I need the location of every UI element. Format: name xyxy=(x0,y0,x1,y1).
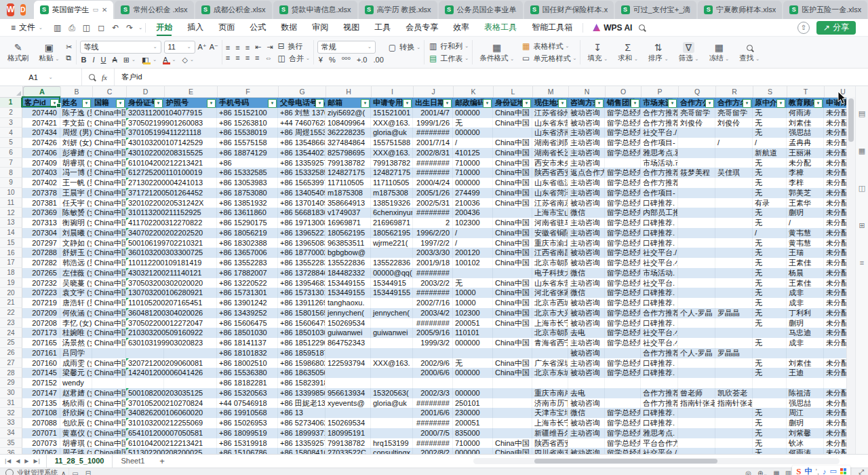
cell[interactable]: 207088 xyxy=(22,418,60,428)
cell[interactable]: XXX@163. xyxy=(371,358,413,368)
cell[interactable] xyxy=(753,398,787,408)
cell[interactable]: 411702200312270822 xyxy=(126,218,164,228)
row-number[interactable]: 7 xyxy=(0,158,22,168)
cell[interactable] xyxy=(678,278,715,288)
cell[interactable]: 000000 xyxy=(453,108,493,118)
cell[interactable] xyxy=(532,378,568,388)
cell[interactable]: 430321200211140121 xyxy=(126,268,164,278)
cell[interactable]: +86 13901242 xyxy=(217,298,278,308)
cell[interactable]: 湖南省浏阳 xyxy=(532,138,568,148)
sheet-tab[interactable]: 11_28_5_1000 xyxy=(46,455,113,468)
cell[interactable]: China中国 xyxy=(92,198,126,208)
cell[interactable]: 何雨涛 xyxy=(787,108,824,118)
right-panel-icon[interactable]: ▦ xyxy=(859,147,865,155)
cell[interactable]: 口碑推荐. xyxy=(641,318,678,328)
cell[interactable]: +86 18302388 xyxy=(217,238,278,248)
cell[interactable] xyxy=(493,398,532,408)
cell[interactable]: 主动咨询 xyxy=(568,188,605,198)
cell[interactable]: 362228235 xyxy=(326,128,371,138)
borders-button[interactable]: ⊞⌄ xyxy=(123,56,136,64)
cell[interactable]: 无 xyxy=(753,188,787,198)
cell[interactable]: 李文茹 (女 xyxy=(60,118,92,128)
cell[interactable]: / xyxy=(453,228,493,238)
cell[interactable]: 留学总经办 xyxy=(605,438,641,449)
sort-button[interactable]: ⇅ 排序 ⌄ xyxy=(645,41,672,64)
cell[interactable]: 山东省东营 xyxy=(532,118,568,128)
cell[interactable]: 27033522C xyxy=(326,448,371,454)
cell[interactable]: XXX@163. xyxy=(371,118,413,128)
cell[interactable]: 口碑推荐. xyxy=(641,238,678,248)
cell[interactable]: 梁馨元 (女 xyxy=(60,368,92,378)
cell[interactable]: 成非 xyxy=(787,298,824,308)
header-cell[interactable]: 现住地址▼ xyxy=(532,98,568,108)
cell[interactable]: 无 xyxy=(753,278,787,288)
decrease-decimal-icon[interactable]: .00 xyxy=(374,56,384,64)
cell[interactable]: jennychen( xyxy=(326,308,371,318)
file-tab[interactable]: S宁夏教师样本.xlsx xyxy=(698,1,782,19)
cell[interactable]: 799138782 xyxy=(326,438,371,449)
number-format-select[interactable]: 常规⌄ xyxy=(317,41,376,54)
cell[interactable]: 被动咨询 xyxy=(568,348,605,358)
cell[interactable]: 无 xyxy=(753,268,787,278)
cell[interactable]: 710000 xyxy=(453,438,493,449)
cell[interactable]: 360103200303300725 xyxy=(126,248,164,258)
cell[interactable]: +86 15536380 xyxy=(217,368,278,378)
menu-item[interactable]: 公式 xyxy=(242,19,273,36)
cell[interactable]: 留学总经办 xyxy=(605,288,641,298)
cell[interactable]: bgbgbow@ xyxy=(326,248,371,258)
cell[interactable]: +86 13552283 xyxy=(217,258,278,268)
cell[interactable]: 罗晶晶 xyxy=(715,308,753,318)
cell[interactable]: 207434 xyxy=(22,128,60,138)
cell[interactable]: +86 18595187 xyxy=(278,348,326,358)
cell[interactable]: China中国 xyxy=(92,368,126,378)
cell[interactable]: China中国 xyxy=(493,448,532,454)
cell[interactable]: China中国 xyxy=(92,218,126,228)
cell[interactable]: 2000/4/24 xyxy=(413,178,453,188)
cell[interactable]: 江苏省南京 xyxy=(532,198,568,208)
filter-dropdown-icon[interactable]: ▼ xyxy=(522,99,531,108)
cell[interactable]: +86 52734062 xyxy=(278,418,326,428)
strikethrough-button[interactable]: A xyxy=(112,56,117,64)
cell[interactable]: 无 xyxy=(753,218,787,228)
cell[interactable]: 重庆市渝北 xyxy=(532,238,568,248)
cell[interactable]: 无 xyxy=(753,338,787,348)
cell[interactable]: 10000 xyxy=(453,298,493,308)
file-tab[interactable]: S贷款申请信息.xlsx xyxy=(273,1,357,19)
cell[interactable] xyxy=(678,378,715,388)
cell[interactable] xyxy=(715,298,753,308)
merge-cells-button[interactable]: ◫合并⌄ xyxy=(277,54,310,64)
cell[interactable] xyxy=(678,238,715,248)
wrap-text-button[interactable]: ⊟换行 xyxy=(277,41,310,52)
taskbar-icon[interactable]: ▭ xyxy=(72,470,78,475)
cell[interactable] xyxy=(787,378,824,388)
cell[interactable]: +86 1370140948 xyxy=(278,198,326,208)
row-number[interactable]: 5 xyxy=(0,138,22,148)
cell[interactable]: 个人-罗晶 xyxy=(678,308,715,318)
cell[interactable]: 10000 xyxy=(453,288,493,298)
cell[interactable]: +86 1335925706 xyxy=(278,158,326,168)
cell[interactable]: 刘素佳 xyxy=(787,118,824,128)
cell[interactable]: 曾老师 xyxy=(678,388,715,398)
cell[interactable]: 110112200109181419 xyxy=(126,258,164,268)
cell[interactable] xyxy=(715,178,753,188)
row-number[interactable]: 17 xyxy=(0,258,22,268)
cell[interactable]: 口碑推荐. xyxy=(641,198,678,208)
cell[interactable]: 358664913 xyxy=(326,198,371,208)
align-icon[interactable]: ≡ xyxy=(226,54,230,62)
cell[interactable]: 207135 xyxy=(22,398,60,408)
column-header[interactable]: T xyxy=(787,86,825,97)
cell[interactable]: 274499 xyxy=(453,188,493,198)
cell[interactable]: 207426 xyxy=(22,138,60,148)
cell[interactable]: 李梓 xyxy=(787,178,824,188)
cell[interactable]: wjrme221( xyxy=(371,238,413,248)
cell[interactable]: +44 07546918 xyxy=(217,398,278,408)
header-cell[interactable]: 出生日期▼ xyxy=(413,98,453,108)
cell[interactable]: 180995191 xyxy=(326,428,371,438)
header-cell[interactable]: 市场来源▼ xyxy=(641,98,678,108)
cell[interactable]: 指南针张老 xyxy=(678,398,715,408)
cell[interactable] xyxy=(753,328,787,338)
cell[interactable] xyxy=(787,348,824,358)
cell[interactable]: 207403 xyxy=(22,168,60,178)
cell[interactable]: 被动咨询 xyxy=(568,308,605,318)
cell[interactable]: +86 18512290 xyxy=(278,338,326,348)
